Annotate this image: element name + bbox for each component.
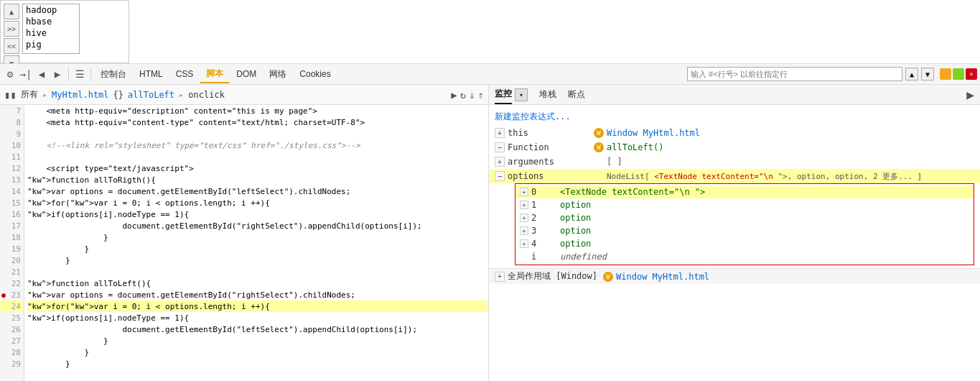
dropdown-item[interactable]: pig [23,39,79,50]
tab-stack[interactable]: 堆栈 [539,86,556,104]
line-number: 8 [0,116,24,128]
nl-value-0: <TextNode textContent="\n "> [560,187,705,197]
search-up-btn[interactable]: ▲ [905,68,918,81]
forward-icon[interactable]: ▶ [50,67,65,81]
nl-expand-2[interactable]: + [520,214,528,222]
arrow-left-btn[interactable]: << [4,38,19,54]
editor-area: 7891011121314151617181920212223242526272… [0,105,488,381]
back-icon[interactable]: ◀ [34,67,49,81]
sep2 [90,68,91,81]
right-panel: 监控 ▾ 堆栈 断点 ▶ 新建监控表达式... + this W Window … [488,85,980,381]
code-line: <script type="text/javascript"> [27,162,488,174]
restore-btn[interactable] [953,68,964,80]
sep-1: ▸ [42,90,47,100]
watch-dropdown[interactable]: ▾ [515,88,528,101]
expand-icon[interactable]: ▶ [966,87,974,102]
nl-value-3: option [560,226,591,236]
expand-options[interactable]: − [495,171,505,181]
code-line: document.getElementById("leftSelect").ap… [27,323,488,335]
nl-value-1: option [560,200,591,210]
close-btn[interactable]: ✕ [966,68,977,80]
line-number: 29 [0,358,24,369]
line-number: 19 [0,243,24,254]
symbol-label: {} [113,90,123,100]
expand-this[interactable]: + [495,128,505,138]
line-number: 15 [0,197,24,208]
dropdown-item[interactable]: hbase [23,16,79,27]
nl-row-4: + 4 option [515,237,974,250]
pause-icon[interactable]: ▮▮ [4,89,17,101]
nl-key-2: 2 [531,213,560,223]
line-number: 7 [0,105,24,116]
nl-value-2: option [560,213,591,223]
code-line: document.getElementById("rightSelect").a… [27,220,488,231]
line-numbers: 7891011121314151617181920212223242526272… [0,105,24,381]
line-number: 25 [0,312,24,323]
global-scope-row: + 全局作用域 [Window] W Window MyHtml.html [489,268,980,284]
watch-row-function: − Function W allToLeft() [489,140,980,155]
nl-expand-0[interactable]: + [520,188,528,196]
value-global: Window MyHtml.html [616,272,974,282]
play-icon[interactable]: ▶ [451,89,457,101]
value-this: Window MyHtml.html [607,128,974,138]
key-function: Function [508,142,594,152]
nl-row-i: i undefined [515,250,974,263]
list-icon[interactable]: ☰ [73,67,87,81]
minimize-btn[interactable] [940,68,951,80]
watch-icon-arguments [594,157,604,167]
watch-icon-global: W [603,272,613,282]
search-down-btn[interactable]: ▼ [921,68,934,81]
search-input[interactable] [687,67,902,81]
value-arguments: [ ] [607,157,974,167]
nl-key-1: 1 [531,200,560,210]
code-line: } [27,254,488,266]
step-in-icon[interactable]: ⇓ [469,89,475,101]
file-link[interactable]: MyHtml.html [52,90,108,100]
step-out-icon[interactable]: ⇑ [478,89,484,101]
step-over-icon[interactable]: ↻ [460,89,466,101]
debug-icon[interactable]: ⚙ [3,67,17,81]
dropdown-item[interactable]: hadoop [23,4,79,16]
expand-arguments[interactable]: + [495,157,505,167]
expand-function[interactable]: − [495,142,505,152]
code-line: "kw">for("kw">var i = 0; i < options.len… [27,300,488,312]
code-line: <meta http-equiv="description" content="… [27,105,488,116]
nl-key-i: i [531,252,560,262]
tab-script[interactable]: 脚本 [200,65,229,83]
expand-global[interactable]: + [495,272,505,282]
code-line: "kw">if(options[i].nodeType == 1){ [27,208,488,220]
tab-watch[interactable]: 监控 [495,85,512,104]
watch-panel: 新建监控表达式... + this W Window MyHtml.html −… [489,105,980,381]
toolbar: ⚙ →| ◀ ▶ ☰ 控制台 HTML CSS 脚本 DOM 网络 Cookie… [0,63,980,85]
tab-network[interactable]: 网络 [263,66,292,83]
line-number: 14 [0,185,24,197]
tab-css[interactable]: CSS [170,67,200,81]
window-controls: ✕ [940,68,977,80]
line-number: 12 [0,162,24,174]
code-line: } [27,346,488,358]
dropdown-list[interactable]: hadoophbasehivepig [22,4,80,54]
tab-dom[interactable]: DOM [230,67,262,81]
nl-value-i: undefined [560,252,607,262]
nl-key-3: 3 [531,226,560,236]
dropdown-item[interactable]: hive [23,27,79,39]
watch-icon-this: W [594,128,604,138]
line-number: 13 [0,174,24,185]
nl-expand-4[interactable]: + [520,239,528,248]
value-function: allToLeft() [607,142,974,152]
value-options: NodeList[ <TextNode textContent="\n ">, … [607,171,974,182]
new-watch-link[interactable]: 新建监控表达式... [489,108,980,126]
arrow-up-btn[interactable]: ▲ [4,4,19,19]
nl-expand-1[interactable]: + [520,201,528,209]
arrow-right-btn[interactable]: >> [4,21,19,37]
code-line: } [27,231,488,243]
watch-icon-options [594,171,604,181]
func-name[interactable]: allToLeft [128,90,174,100]
tab-cookies[interactable]: Cookies [294,67,336,81]
step-icon[interactable]: →| [19,67,33,81]
tab-html[interactable]: HTML [134,67,169,81]
tab-console[interactable]: 控制台 [95,66,132,83]
sep-2: ▸ [179,90,184,100]
nl-expand-3[interactable]: + [520,226,528,235]
tab-breakpoints[interactable]: 断点 [568,86,585,104]
